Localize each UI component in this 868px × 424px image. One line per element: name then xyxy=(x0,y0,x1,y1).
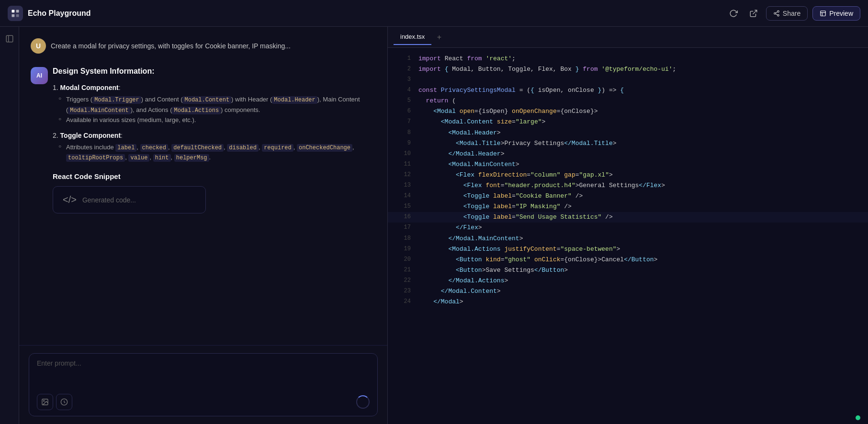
code-line-1: 1 import React from 'react'; xyxy=(388,54,868,64)
code-line-14: 14 <Toggle label="Cookie Banner" /> xyxy=(388,191,868,201)
magic-button[interactable] xyxy=(56,394,72,410)
modal-sub-item-1: Triggers (Modal.Trigger) and Content (Mo… xyxy=(60,95,376,115)
list-item: 2. Toggle Component: Attributes include … xyxy=(53,130,376,163)
prompt-box xyxy=(29,353,378,416)
code-line-23: 23 </Modal.Content> xyxy=(388,286,868,297)
code-line-17: 17 </Flex> xyxy=(388,223,868,233)
toggle-component-title: Toggle Component xyxy=(60,132,121,139)
svg-rect-2 xyxy=(12,14,15,17)
sidebar-toggle-button[interactable] xyxy=(3,33,16,46)
code-placeholder-text: Generated code... xyxy=(82,196,136,204)
preview-label: Preview xyxy=(829,10,853,17)
topbar-right: Share Preview xyxy=(726,6,860,21)
svg-point-5 xyxy=(778,11,779,12)
prompt-input[interactable] xyxy=(37,359,370,388)
input-area xyxy=(19,345,387,424)
svg-point-6 xyxy=(774,12,776,14)
right-panel: index.tsx + 1 import React from 'react';… xyxy=(388,27,868,424)
modal-component-title: Modal Component xyxy=(60,84,119,91)
toggle-component-colon: : xyxy=(121,132,123,139)
code-line-12: 12 <Flex flexDirection="column" gap="gap… xyxy=(388,170,868,180)
code-line-6: 6 <Modal open={isOpen} onOpenChange={onC… xyxy=(388,106,868,117)
user-message: U Create a modal for privacy settings, w… xyxy=(31,38,376,54)
react-code-title: React Code Snippet xyxy=(53,172,376,180)
loading-spinner xyxy=(356,395,370,409)
code-line-20: 20 <Button kind="ghost" onClick={onClose… xyxy=(388,255,868,265)
svg-rect-10 xyxy=(821,11,826,16)
prompt-left-actions xyxy=(37,394,72,410)
code-line-2: 2 import { Modal, Button, Toggle, Flex, … xyxy=(388,64,868,75)
share-button[interactable]: Share xyxy=(766,6,808,21)
code-line-18: 18 </Modal.MainContent> xyxy=(388,234,868,244)
svg-point-16 xyxy=(44,401,45,402)
code-line-15: 15 <Toggle label="IP Masking" /> xyxy=(388,201,868,212)
modal-component-colon: : xyxy=(119,84,121,91)
image-upload-button[interactable] xyxy=(37,394,53,410)
code-line-10: 10 </Modal.Header> xyxy=(388,149,868,159)
svg-rect-0 xyxy=(12,10,15,12)
main-layout: U Create a modal for privacy settings, w… xyxy=(0,27,868,424)
code-line-8: 8 <Modal.Header> xyxy=(388,128,868,138)
item-number: 1. xyxy=(53,84,60,91)
modal-sub-list: Triggers (Modal.Trigger) and Content (Mo… xyxy=(53,95,376,125)
svg-line-8 xyxy=(776,13,778,14)
prompt-actions xyxy=(37,394,370,410)
ai-section-title: Design System Information: xyxy=(53,67,376,76)
share-label: Share xyxy=(783,10,800,17)
ai-items-list: 1. Modal Component: Triggers (Modal.Trig… xyxy=(53,82,376,163)
svg-line-4 xyxy=(753,10,756,14)
topbar: Echo Playground Share xyxy=(0,0,868,27)
app-title: Echo Playground xyxy=(28,9,91,18)
chat-area: U Create a modal for privacy settings, w… xyxy=(19,27,387,345)
svg-rect-1 xyxy=(16,10,19,12)
code-line-3: 3 xyxy=(388,75,868,85)
code-line-24: 24 </Modal> xyxy=(388,297,868,307)
refresh-button[interactable] xyxy=(726,6,741,21)
user-message-text: Create a modal for privacy settings, wit… xyxy=(51,38,291,51)
code-line-13: 13 <Flex font="header.product.h4">Genera… xyxy=(388,180,868,191)
preview-button[interactable]: Preview xyxy=(812,6,860,21)
svg-point-7 xyxy=(778,14,779,16)
svg-rect-13 xyxy=(6,35,13,42)
topbar-left: Echo Playground xyxy=(8,6,91,21)
toggle-sub-item-1: Attributes include label, checked, defau… xyxy=(60,143,376,163)
code-line-16: 16 <Toggle label="Send Usage Statistics"… xyxy=(388,212,868,223)
status-dot xyxy=(856,415,860,420)
sidebar-toggle-area xyxy=(0,27,19,424)
svg-rect-3 xyxy=(16,14,19,17)
tab-index-tsx[interactable]: index.tsx xyxy=(394,29,431,45)
external-link-button[interactable] xyxy=(746,6,761,21)
ai-avatar: AI xyxy=(31,67,48,84)
code-line-9: 9 <Modal.Title>Privacy Settings</Modal.T… xyxy=(388,138,868,149)
code-line-21: 21 <Button>Save Settings</Button> xyxy=(388,265,868,276)
code-line-22: 22 </Modal.Actions> xyxy=(388,276,868,286)
ai-content: Design System Information: 1. Modal Comp… xyxy=(53,67,376,213)
ai-message: AI Design System Information: 1. Modal C… xyxy=(31,67,376,213)
code-icon: </> xyxy=(63,194,77,205)
app-logo xyxy=(8,6,23,21)
modal-sub-item-2: Available in various sizes (medium, larg… xyxy=(60,115,376,125)
svg-line-9 xyxy=(776,11,778,12)
code-placeholder-box[interactable]: </> Generated code... xyxy=(53,186,206,213)
tab-label: index.tsx xyxy=(400,33,425,40)
react-code-section: React Code Snippet </> Generated code... xyxy=(53,172,376,213)
status-bar xyxy=(388,412,868,424)
code-line-7: 7 <Modal.Content size="large"> xyxy=(388,117,868,127)
user-avatar: U xyxy=(31,38,46,54)
code-line-19: 19 <Modal.Actions justifyContent="space-… xyxy=(388,244,868,255)
list-item: 1. Modal Component: Triggers (Modal.Trig… xyxy=(53,82,376,125)
code-line-4: 4 const PrivacySettingsModal = ({ isOpen… xyxy=(388,85,868,96)
item-number: 2. xyxy=(53,132,60,139)
editor-tabs: index.tsx + xyxy=(388,27,868,48)
toggle-sub-list: Attributes include label, checked, defau… xyxy=(53,143,376,163)
code-editor[interactable]: 1 import React from 'react'; 2 import { … xyxy=(388,48,868,412)
code-line-11: 11 <Modal.MainContent> xyxy=(388,159,868,170)
left-panel: U Create a modal for privacy settings, w… xyxy=(19,27,388,424)
code-line-5: 5 return ( xyxy=(388,96,868,106)
add-tab-button[interactable]: + xyxy=(433,32,445,43)
